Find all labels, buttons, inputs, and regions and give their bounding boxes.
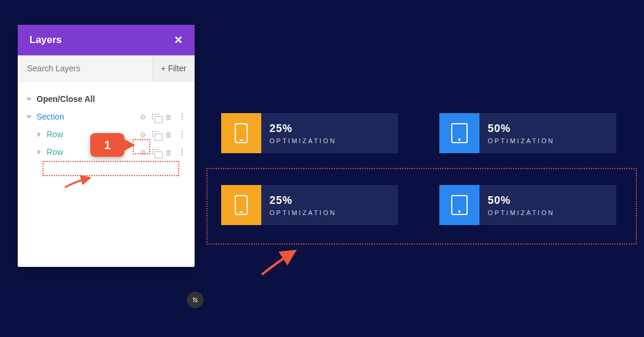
trash-icon[interactable]	[165, 130, 172, 139]
card-label: OPTIMIZATION	[488, 209, 608, 216]
card-optimization[interactable]: 25% OPTIMIZATION	[221, 185, 398, 225]
tablet-icon	[451, 195, 468, 215]
open-close-all[interactable]: Open/Close All	[24, 90, 189, 108]
section-label: Section	[37, 112, 64, 121]
row-label: Row	[47, 147, 63, 157]
duplicate-icon[interactable]	[152, 131, 159, 137]
more-icon[interactable]	[178, 147, 186, 157]
plus-icon: +	[161, 64, 166, 73]
card-text: 25% OPTIMIZATION	[261, 185, 398, 225]
search-row: + Filter	[18, 55, 195, 82]
card-label: OPTIMIZATION	[488, 137, 608, 144]
more-icon[interactable]	[178, 112, 186, 121]
gear-icon[interactable]	[140, 147, 146, 157]
tree-actions	[140, 147, 186, 157]
layer-tree: Open/Close All Section Row Row	[18, 82, 195, 267]
card-text: 50% OPTIMIZATION	[479, 185, 616, 225]
phone-icon	[235, 195, 248, 215]
search-input[interactable]	[18, 55, 152, 81]
resize-handle[interactable]	[187, 292, 203, 308]
card-icon-cell	[221, 113, 261, 153]
caret-right-icon	[38, 149, 41, 155]
caret-down-icon	[26, 98, 32, 101]
tree-actions	[140, 130, 186, 139]
callout-number: 1	[104, 138, 110, 152]
card-icon-cell	[439, 113, 479, 153]
card-row: 25% OPTIMIZATION 50% OPTIMIZATION	[221, 185, 616, 225]
canvas: 25% OPTIMIZATION 50% OPTIMIZATION 25% OP…	[221, 113, 616, 257]
card-percent: 25%	[270, 123, 390, 135]
gear-icon[interactable]	[140, 130, 146, 139]
card-icon-cell	[221, 185, 261, 225]
card-percent: 50%	[488, 123, 608, 135]
panel-header: Layers ✕	[18, 25, 195, 55]
caret-right-icon	[38, 131, 41, 137]
card-text: 50% OPTIMIZATION	[479, 113, 616, 153]
duplicate-icon[interactable]	[152, 149, 159, 155]
phone-icon	[235, 123, 248, 143]
trash-icon[interactable]	[165, 112, 172, 121]
row-label: Row	[47, 130, 63, 139]
card-percent: 25%	[270, 194, 390, 207]
resize-icon	[191, 296, 199, 304]
card-percent: 50%	[488, 194, 608, 207]
close-icon[interactable]: ✕	[174, 35, 183, 45]
duplicate-icon[interactable]	[152, 114, 159, 120]
panel-title: Layers	[29, 34, 62, 46]
card-label: OPTIMIZATION	[270, 137, 390, 144]
card-label: OPTIMIZATION	[270, 209, 390, 216]
callout-bubble: 1	[90, 133, 124, 157]
filter-label: Filter	[168, 64, 186, 73]
card-optimization[interactable]: 25% OPTIMIZATION	[221, 113, 398, 153]
gear-icon[interactable]	[140, 112, 146, 121]
card-optimization[interactable]: 50% OPTIMIZATION	[439, 113, 616, 153]
tree-actions	[140, 112, 186, 121]
caret-down-icon	[26, 115, 32, 118]
tablet-icon	[451, 123, 468, 143]
card-optimization[interactable]: 50% OPTIMIZATION	[439, 185, 616, 225]
card-row: 25% OPTIMIZATION 50% OPTIMIZATION	[221, 113, 616, 153]
trash-icon[interactable]	[165, 147, 172, 157]
open-close-label: Open/Close All	[37, 94, 95, 104]
more-icon[interactable]	[178, 130, 186, 139]
filter-button[interactable]: + Filter	[152, 55, 195, 81]
card-icon-cell	[439, 185, 479, 225]
tree-item-section[interactable]: Section	[24, 108, 189, 125]
card-text: 25% OPTIMIZATION	[261, 113, 398, 153]
